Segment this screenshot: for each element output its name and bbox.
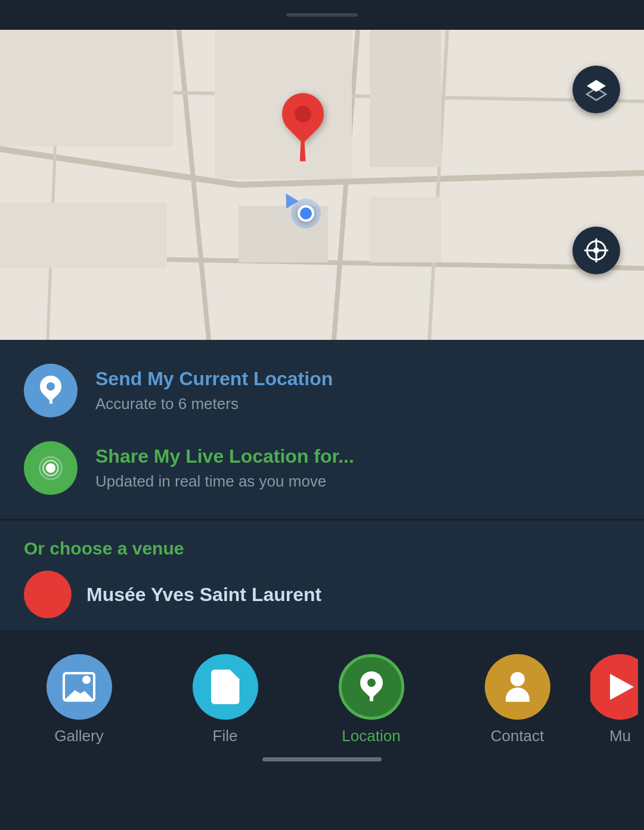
blue-dot-ring bbox=[291, 199, 321, 228]
svg-line-2 bbox=[179, 30, 209, 340]
toolbar-pin bbox=[359, 671, 384, 702]
current-location-text: Send My Current Location Accurate to 6 m… bbox=[95, 368, 333, 413]
current-pin-icon bbox=[38, 376, 63, 405]
layers-button[interactable] bbox=[572, 66, 620, 113]
venue-section: Or choose a venue Musée Yves Saint Laure… bbox=[0, 521, 644, 630]
bottom-panel: Send My Current Location Accurate to 6 m… bbox=[0, 340, 644, 630]
toolbar-item-music[interactable]: Mu bbox=[590, 654, 638, 745]
blue-dot-inner bbox=[298, 205, 314, 222]
gallery-icon-inner bbox=[63, 672, 95, 702]
share-live-location-option[interactable]: Share My Live Location for... Updated in… bbox=[24, 429, 620, 507]
toolbar-item-contact[interactable]: Contact bbox=[444, 654, 590, 745]
contact-head bbox=[510, 672, 525, 686]
svg-marker-14 bbox=[587, 80, 606, 92]
live-icon-inner bbox=[39, 456, 63, 480]
gallery-icon bbox=[47, 654, 112, 720]
current-location-title: Send My Current Location bbox=[95, 368, 333, 390]
file-label: File bbox=[213, 727, 238, 745]
blue-dot bbox=[291, 199, 321, 228]
svg-line-0 bbox=[0, 149, 239, 185]
home-bar bbox=[6, 745, 638, 767]
toolbar-item-gallery[interactable]: Gallery bbox=[6, 654, 152, 745]
music-icon-inner bbox=[610, 674, 634, 700]
send-current-location-option[interactable]: Send My Current Location Accurate to 6 m… bbox=[24, 352, 620, 429]
gps-icon bbox=[584, 239, 608, 262]
contact-body bbox=[506, 687, 530, 702]
gallery-sun bbox=[82, 676, 91, 684]
venue-icon bbox=[24, 571, 72, 618]
map-roads-svg bbox=[0, 30, 644, 340]
location-pin bbox=[282, 93, 324, 162]
location-label: Location bbox=[342, 727, 400, 745]
file-icon-inner bbox=[211, 670, 240, 704]
venue-section-title: Or choose a venue bbox=[24, 538, 620, 559]
location-options: Send My Current Location Accurate to 6 m… bbox=[0, 340, 644, 519]
live-dot bbox=[46, 463, 55, 473]
layers-icon bbox=[584, 78, 608, 101]
file-icon bbox=[193, 654, 258, 720]
contact-label: Contact bbox=[491, 727, 544, 745]
venue-item[interactable]: Musée Yves Saint Laurent bbox=[24, 571, 620, 618]
music-icon bbox=[590, 654, 638, 720]
toolbar-items: Gallery File Location bbox=[6, 654, 638, 745]
svg-rect-13 bbox=[370, 197, 441, 262]
current-location-icon bbox=[24, 364, 78, 417]
white-pin-head bbox=[36, 371, 66, 402]
map-view[interactable] bbox=[0, 30, 644, 340]
live-location-icon bbox=[24, 441, 78, 495]
current-location-subtitle: Accurate to 6 meters bbox=[95, 395, 333, 413]
contact-icon-inner bbox=[506, 672, 530, 702]
status-bar bbox=[0, 0, 644, 30]
gps-button[interactable] bbox=[572, 227, 620, 274]
svg-rect-8 bbox=[0, 30, 173, 146]
live-location-subtitle: Updated in real time as you move bbox=[95, 472, 354, 491]
home-bar-pill bbox=[262, 757, 382, 761]
svg-rect-11 bbox=[0, 203, 167, 268]
toolbar-pin-head bbox=[355, 667, 388, 699]
live-location-title: Share My Live Location for... bbox=[95, 445, 354, 467]
contact-icon bbox=[485, 654, 550, 720]
svg-rect-10 bbox=[370, 30, 441, 167]
bottom-toolbar: Gallery File Location bbox=[0, 636, 644, 779]
gallery-label: Gallery bbox=[54, 727, 103, 745]
toolbar-item-location[interactable]: Location bbox=[298, 654, 444, 745]
live-location-text: Share My Live Location for... Updated in… bbox=[95, 445, 354, 491]
toolbar-item-file[interactable]: File bbox=[152, 654, 298, 745]
status-bar-pill bbox=[286, 13, 358, 17]
music-label: Mu bbox=[609, 727, 631, 745]
venue-name: Musée Yves Saint Laurent bbox=[86, 584, 321, 606]
location-icon bbox=[339, 654, 404, 720]
